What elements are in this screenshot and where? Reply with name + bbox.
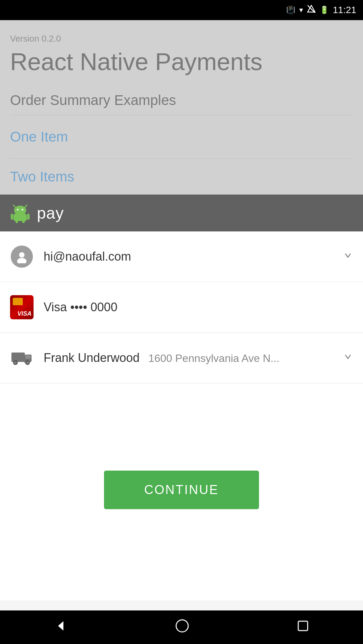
status-icons: 📳 ▾ 🔋 11:21 xyxy=(286,5,356,15)
svg-rect-16 xyxy=(25,355,31,359)
svg-rect-24 xyxy=(298,621,308,631)
svg-point-12 xyxy=(19,252,24,258)
card-brand: Visa xyxy=(44,300,67,314)
email-text: hi@naoufal.com xyxy=(44,250,333,264)
home-icon xyxy=(175,619,190,636)
vibrate-icon: 📳 xyxy=(286,6,295,14)
continue-button[interactable]: CONTINUE xyxy=(104,471,259,509)
svg-rect-14 xyxy=(11,353,25,362)
home-button[interactable] xyxy=(175,619,190,636)
svg-marker-22 xyxy=(58,621,63,631)
email-row[interactable]: hi@naoufal.com xyxy=(0,231,363,282)
card-dots: •••• xyxy=(70,300,90,314)
card-row[interactable]: VISA Visa •••• 0000 xyxy=(0,282,363,333)
visa-card-image: VISA xyxy=(10,295,34,319)
card-last4: 0000 xyxy=(91,300,117,314)
svg-rect-8 xyxy=(11,214,13,220)
android-pay-sheet: pay hi@naoufal.com xyxy=(0,195,363,600)
signal-off-icon xyxy=(307,5,316,15)
svg-rect-21 xyxy=(24,361,25,363)
back-icon xyxy=(53,619,68,636)
card-info: Visa •••• 0000 xyxy=(44,300,353,314)
svg-point-6 xyxy=(22,209,23,211)
svg-point-5 xyxy=(17,209,19,211)
svg-line-1 xyxy=(308,5,315,13)
shipping-row[interactable]: Frank Underwood 1600 Pennsylvania Ave N.… xyxy=(0,333,363,383)
shipping-info: Frank Underwood 1600 Pennsylvania Ave N.… xyxy=(44,351,333,365)
email-chevron-icon xyxy=(343,250,353,264)
user-avatar-circle xyxy=(11,246,33,268)
android-logo-icon xyxy=(10,203,30,223)
svg-rect-10 xyxy=(15,220,18,223)
status-time: 11:21 xyxy=(333,5,356,15)
wifi-icon: ▾ xyxy=(299,6,303,14)
battery-icon: 🔋 xyxy=(320,6,329,14)
card-icon: VISA xyxy=(10,296,34,319)
continue-btn-container: CONTINUE xyxy=(0,450,363,529)
recents-icon xyxy=(296,619,310,636)
shipping-chevron-icon xyxy=(343,351,353,365)
user-avatar xyxy=(10,245,34,268)
svg-point-23 xyxy=(176,620,188,632)
truck-icon xyxy=(10,346,34,370)
svg-point-18 xyxy=(14,362,17,364)
visa-logo-text: VISA xyxy=(17,310,32,317)
recents-button[interactable] xyxy=(296,619,310,636)
android-pay-logo-text: pay xyxy=(37,204,64,222)
svg-rect-9 xyxy=(27,214,30,220)
status-bar: 📳 ▾ 🔋 11:21 xyxy=(0,0,363,20)
svg-point-4 xyxy=(14,206,26,215)
android-pay-header: pay xyxy=(0,195,363,231)
nav-bar xyxy=(0,610,363,644)
pay-sheet-body: hi@naoufal.com VISA Visa •••• 0000 xyxy=(0,231,363,600)
shipping-name: Frank Underwood xyxy=(44,351,140,365)
svg-point-20 xyxy=(27,362,29,364)
back-button[interactable] xyxy=(53,619,68,636)
svg-point-13 xyxy=(17,258,27,263)
svg-rect-7 xyxy=(13,214,27,221)
svg-rect-11 xyxy=(22,220,25,223)
shipping-address: 1600 Pennsylvania Ave N... xyxy=(148,352,279,364)
